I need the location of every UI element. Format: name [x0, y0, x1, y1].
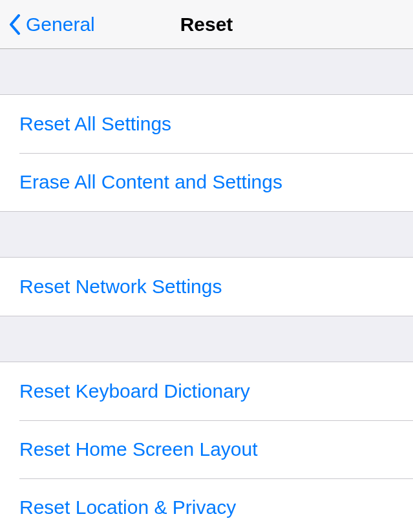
- page-title: Reset: [180, 14, 233, 36]
- row-label: Reset Location & Privacy: [19, 496, 236, 518]
- section-gap: [0, 49, 413, 94]
- nav-bar: General Reset: [0, 0, 413, 49]
- reset-all-settings-row[interactable]: Reset All Settings: [0, 95, 413, 153]
- reset-home-screen-layout-row[interactable]: Reset Home Screen Layout: [0, 420, 413, 478]
- chevron-left-icon: [8, 13, 22, 36]
- reset-network-settings-row[interactable]: Reset Network Settings: [0, 258, 413, 316]
- back-label: General: [26, 14, 95, 36]
- reset-keyboard-dictionary-row[interactable]: Reset Keyboard Dictionary: [0, 362, 413, 420]
- reset-location-privacy-row[interactable]: Reset Location & Privacy: [0, 478, 413, 532]
- row-label: Reset Keyboard Dictionary: [19, 380, 250, 402]
- erase-all-content-row[interactable]: Erase All Content and Settings: [0, 153, 413, 211]
- row-label: Erase All Content and Settings: [19, 171, 282, 193]
- back-button[interactable]: General: [8, 13, 95, 36]
- section-network: Reset Network Settings: [0, 257, 413, 316]
- row-label: Reset All Settings: [19, 113, 171, 135]
- section-gap: [0, 316, 413, 362]
- section-reset: Reset All Settings Erase All Content and…: [0, 94, 413, 212]
- section-other-resets: Reset Keyboard Dictionary Reset Home Scr…: [0, 362, 413, 532]
- section-gap: [0, 212, 413, 257]
- row-label: Reset Home Screen Layout: [19, 438, 258, 460]
- row-label: Reset Network Settings: [19, 276, 222, 298]
